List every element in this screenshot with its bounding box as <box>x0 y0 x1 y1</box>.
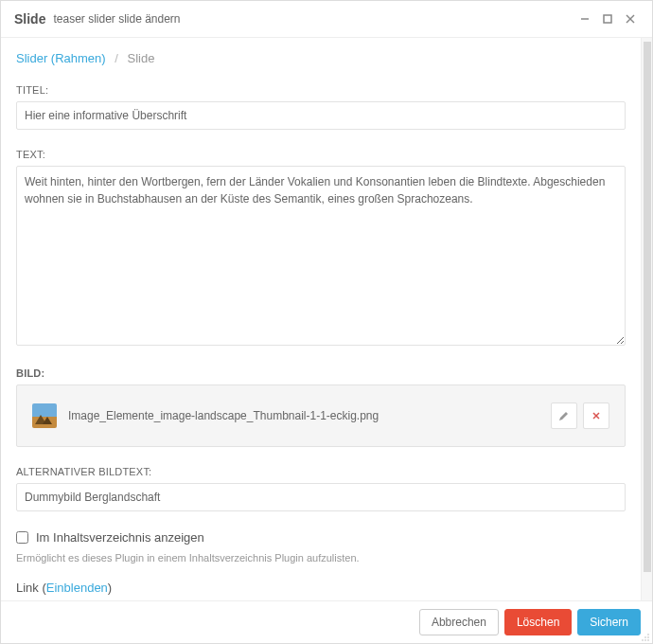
field-titel: TITEL: <box>16 84 626 130</box>
toc-label[interactable]: Im Inhaltsverzeichnis anzeigen <box>36 530 204 545</box>
bild-edit-button[interactable] <box>551 402 577 429</box>
x-icon <box>591 410 602 421</box>
svg-point-11 <box>647 639 649 641</box>
save-button[interactable]: Sichern <box>577 609 641 635</box>
maximize-icon <box>602 13 613 25</box>
svg-point-7 <box>644 636 646 638</box>
close-icon <box>625 13 636 25</box>
field-alt: ALTERNATIVER BILDTEXT: <box>16 466 626 511</box>
footer: Abbrechen Löschen Sichern <box>1 600 652 643</box>
field-text: TEXT: Weit hinten, hinter den Wortbergen… <box>16 149 626 349</box>
link-toggle[interactable]: Einblenden <box>46 581 108 595</box>
text-textarea[interactable]: Weit hinten, hinter den Wortbergen, fern… <box>16 166 626 346</box>
resize-icon <box>641 633 650 642</box>
minimize-icon <box>579 13 591 25</box>
bild-box: Image_Elemente_image-landscape_Thumbnail… <box>16 385 626 447</box>
cancel-button[interactable]: Abbrechen <box>419 609 499 635</box>
maximize-button[interactable] <box>599 10 616 27</box>
toc-help-text: Ermöglicht es dieses Plugin in einem Inh… <box>16 552 626 564</box>
field-bild: BILD: Image_Elemente_image-landscape_Thu… <box>16 367 626 447</box>
scrollbar-thumb[interactable] <box>644 42 651 572</box>
window-title: Slide <box>14 11 45 27</box>
link-section: Link (Einblenden) <box>16 581 626 595</box>
bild-delete-button[interactable] <box>583 402 609 429</box>
content-area: Slider (Rahmen) / Slide TITEL: TEXT: Wei… <box>1 38 652 600</box>
toc-checkbox-row: Im Inhaltsverzeichnis anzeigen <box>16 530 626 545</box>
breadcrumb-separator: / <box>115 51 118 65</box>
breadcrumb: Slider (Rahmen) / Slide <box>16 51 626 65</box>
resize-grip[interactable] <box>641 632 650 641</box>
titlebar: Slide teaser slider slide ändern <box>1 1 652 38</box>
delete-button[interactable]: Löschen <box>504 609 572 635</box>
window-subtitle: teaser slider slide ändern <box>53 12 180 26</box>
link-label-prefix: Link ( <box>16 581 46 595</box>
svg-rect-1 <box>604 15 611 23</box>
link-label-suffix: ) <box>108 581 112 595</box>
svg-point-8 <box>647 636 649 638</box>
bild-filename: Image_Elemente_image-landscape_Thumbnail… <box>68 409 545 422</box>
svg-point-6 <box>647 634 649 635</box>
titel-label: TITEL: <box>16 84 626 96</box>
bild-thumbnail <box>32 403 57 428</box>
scroll-area[interactable]: Slider (Rahmen) / Slide TITEL: TEXT: Wei… <box>1 38 641 600</box>
bild-label: BILD: <box>16 367 626 379</box>
dialog-window: Slide teaser slider slide ändern Slider … <box>0 0 653 644</box>
scrollbar-track[interactable] <box>641 38 652 600</box>
text-label: TEXT: <box>16 149 626 160</box>
alt-input[interactable] <box>16 483 626 511</box>
minimize-button[interactable] <box>576 10 593 27</box>
titel-input[interactable] <box>16 101 626 130</box>
breadcrumb-current: Slide <box>128 51 155 65</box>
svg-point-9 <box>642 639 644 641</box>
breadcrumb-link-slider[interactable]: Slider (Rahmen) <box>16 51 106 65</box>
close-button[interactable] <box>622 10 639 27</box>
pencil-icon <box>558 410 570 421</box>
svg-point-10 <box>644 639 646 641</box>
toc-checkbox[interactable] <box>16 531 28 544</box>
alt-label: ALTERNATIVER BILDTEXT: <box>16 466 626 477</box>
